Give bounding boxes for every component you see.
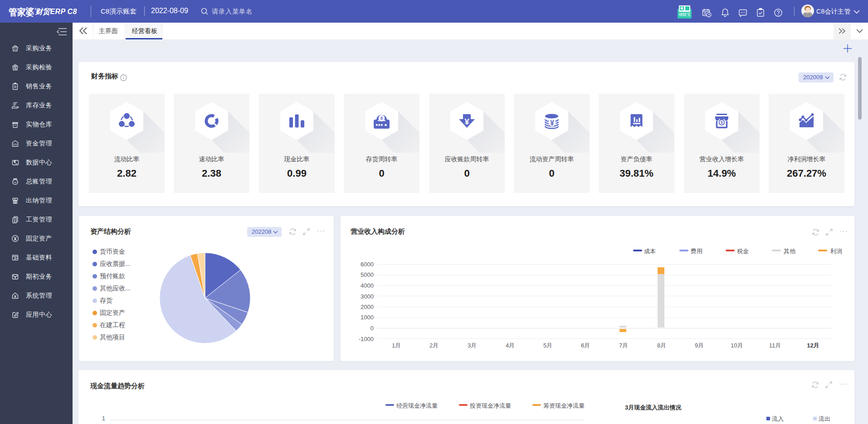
svg-text:¥: ¥ [550, 119, 554, 127]
svg-text:$: $ [721, 120, 723, 125]
svg-text:¥: ¥ [464, 117, 469, 126]
svg-text:$: $ [380, 116, 383, 120]
